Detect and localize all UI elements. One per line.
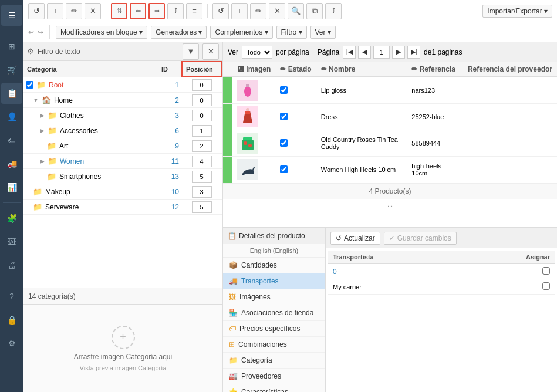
tree-row-women[interactable]: ▶ 📁 Women 11 — [23, 154, 222, 169]
sidebar-help-icon[interactable]: ? — [1, 286, 22, 307]
carrier-checkbox-0[interactable] — [542, 267, 550, 275]
clothes-label[interactable]: Clothes — [60, 111, 84, 120]
tree-row-smartphones[interactable]: 📁 Smartphones 13 — [23, 169, 222, 184]
clothes-pos-input[interactable] — [192, 110, 212, 121]
more-button[interactable]: ... — [223, 199, 557, 209]
sidebar-design-icon[interactable]: 🖼 — [1, 231, 22, 252]
modificadores-button[interactable]: Modificadores en bloque ▾ — [56, 26, 147, 39]
sidebar-shipping-icon[interactable]: 🚚 — [1, 153, 22, 174]
last-page-btn[interactable]: ▶| — [407, 46, 420, 59]
delete-button[interactable]: ✕ — [85, 3, 101, 19]
add2-button[interactable]: + — [231, 3, 248, 19]
sidebar-dashboard-icon[interactable]: ⊞ — [1, 36, 22, 57]
art-label[interactable]: Art — [59, 142, 68, 150]
detail-nav-item-categoria[interactable]: 📁 Categoría — [223, 353, 325, 369]
redo-icon[interactable]: ↪ — [38, 28, 43, 36]
reload2-button[interactable]: ↺ — [212, 3, 229, 19]
tree-row-serveware[interactable]: 📁 Serveware 12 — [23, 200, 222, 215]
prev-page-btn[interactable]: ◀ — [358, 46, 371, 59]
table-row[interactable]: Women High Heels 10 cm high-heels-10cm — [223, 157, 557, 183]
smartphones-label[interactable]: Smartphones — [59, 173, 101, 181]
sidebar-lock-icon[interactable]: 🔒 — [1, 309, 22, 330]
carrier-link-0[interactable]: 0 — [333, 268, 337, 276]
serveware-label[interactable]: Serveware — [45, 203, 79, 211]
table-row[interactable]: Old Country Roses Tin Tea Caddy 58589444 — [223, 130, 557, 157]
sidebar-menu-icon[interactable]: ☰ — [1, 5, 22, 26]
product-checkbox-4[interactable] — [280, 165, 288, 173]
tree-row-root[interactable]: 📁 Root 1 — [23, 77, 222, 93]
sidebar-catalog-icon[interactable]: 📋 — [1, 83, 22, 104]
next-page-btn[interactable]: ▶ — [392, 46, 405, 59]
sidebar-modules-icon[interactable]: 🧩 — [1, 208, 22, 229]
filter2-button[interactable]: ≡ — [186, 3, 202, 19]
clothes-chevron[interactable]: ▶ — [40, 112, 45, 119]
ver-button[interactable]: Ver ▾ — [310, 26, 336, 39]
women-pos-input[interactable] — [192, 156, 212, 167]
carrier-assign-0[interactable] — [464, 264, 555, 279]
page-number-input[interactable] — [373, 46, 390, 59]
tree-row-accessories[interactable]: ▶ 📁 Accessories 6 — [23, 123, 222, 138]
move-right-button[interactable]: ⇒ — [148, 3, 165, 19]
product-state-cell-4[interactable] — [275, 157, 316, 183]
add-button[interactable]: + — [47, 3, 63, 19]
accessories-chevron[interactable]: ▶ — [40, 127, 45, 134]
search-button[interactable]: 🔍 — [288, 3, 304, 19]
carrier-checkbox-mycarrier[interactable] — [542, 282, 550, 290]
tree-row-clothes[interactable]: ▶ 📁 Clothes 3 — [23, 108, 222, 123]
sidebar-stats-icon[interactable]: 📊 — [1, 177, 22, 198]
makeup-label[interactable]: Makeup — [45, 188, 70, 196]
reload-button[interactable]: ↺ — [28, 3, 45, 19]
art-pos-input[interactable] — [192, 140, 212, 152]
home-label[interactable]: Home — [54, 96, 73, 104]
home-chevron[interactable]: ▼ — [33, 97, 39, 103]
delete2-button[interactable]: ✕ — [269, 3, 285, 19]
filter-apply-button[interactable]: ▼ — [183, 43, 199, 60]
move-up-button[interactable]: ⇅ — [111, 3, 127, 19]
root-label[interactable]: Root — [49, 81, 63, 89]
category-image-area[interactable]: + Arrastre imagen Categoría aqui Vista p… — [23, 304, 222, 392]
undo-icon[interactable]: ↩ — [28, 28, 34, 36]
accessories-pos-input[interactable] — [192, 125, 212, 137]
tree-row-makeup[interactable]: 📁 Makeup 10 — [23, 184, 222, 200]
accessories-label[interactable]: Accessories — [60, 127, 98, 135]
home-pos-input[interactable] — [192, 94, 212, 106]
detail-nav-item-cantidades[interactable]: 📦 Cantidades — [223, 258, 325, 273]
women-label[interactable]: Women — [60, 157, 84, 165]
guardar-cambios-button[interactable]: ✓ Guardar cambios — [384, 232, 457, 245]
first-page-btn[interactable]: |◀ — [343, 46, 356, 59]
carrier-row-0[interactable]: 0 — [328, 264, 555, 279]
smartphones-pos-input[interactable] — [192, 171, 212, 183]
generadores-button[interactable]: Generadores ▾ — [151, 26, 207, 39]
move-left-button[interactable]: ⇐ — [130, 3, 146, 19]
carrier-assign-mycarrier[interactable] — [464, 279, 555, 295]
detail-nav-item-precios[interactable]: 🏷 Precios específicos — [223, 321, 325, 337]
product-state-cell-1[interactable] — [275, 77, 316, 104]
filter-clear-button[interactable]: ✕ — [202, 43, 219, 60]
complementos-button[interactable]: Complementos ▾ — [210, 26, 272, 39]
sidebar-settings-icon[interactable]: ⚙ — [1, 333, 22, 354]
root-pos-input[interactable] — [192, 79, 212, 91]
product-checkbox-3[interactable] — [280, 139, 288, 147]
filtro-button[interactable]: Filtro ▾ — [276, 26, 307, 39]
sidebar-orders-icon[interactable]: 🛒 — [1, 59, 22, 80]
tree-row-art[interactable]: 📁 Art 9 — [23, 138, 222, 154]
women-chevron[interactable]: ▶ — [40, 158, 45, 164]
detail-nav-item-imagenes[interactable]: 🖼 Imágenes — [223, 289, 325, 305]
root-checkbox[interactable] — [26, 81, 33, 89]
serveware-pos-input[interactable] — [192, 201, 212, 213]
product-checkbox-2[interactable] — [280, 113, 288, 120]
tree-row-home[interactable]: ▼ 🏠 Home 2 — [23, 93, 222, 108]
detail-nav-item-asociaciones[interactable]: 🏪 Asociaciones de tienda — [223, 305, 325, 321]
carrier-row-mycarrier[interactable]: My carrier — [328, 279, 555, 295]
sidebar-print-icon[interactable]: 🖨 — [1, 255, 22, 276]
product-checkbox-1[interactable] — [280, 86, 288, 94]
edit-button[interactable]: ✏ — [66, 3, 82, 19]
per-page-select[interactable]: Todo — [242, 46, 272, 59]
table-row[interactable]: Lip gloss nars123 — [223, 77, 557, 104]
product-state-cell-3[interactable] — [275, 130, 316, 157]
sidebar-vouchers-icon[interactable]: 🏷 — [1, 130, 22, 151]
export-button[interactable]: ⤴ — [167, 3, 184, 19]
detail-nav-item-transportes[interactable]: 🚚 Transportes — [223, 273, 325, 289]
edit2-button[interactable]: ✏ — [250, 3, 266, 19]
actualizaar-button[interactable]: ↺ Actualizar — [330, 232, 380, 245]
